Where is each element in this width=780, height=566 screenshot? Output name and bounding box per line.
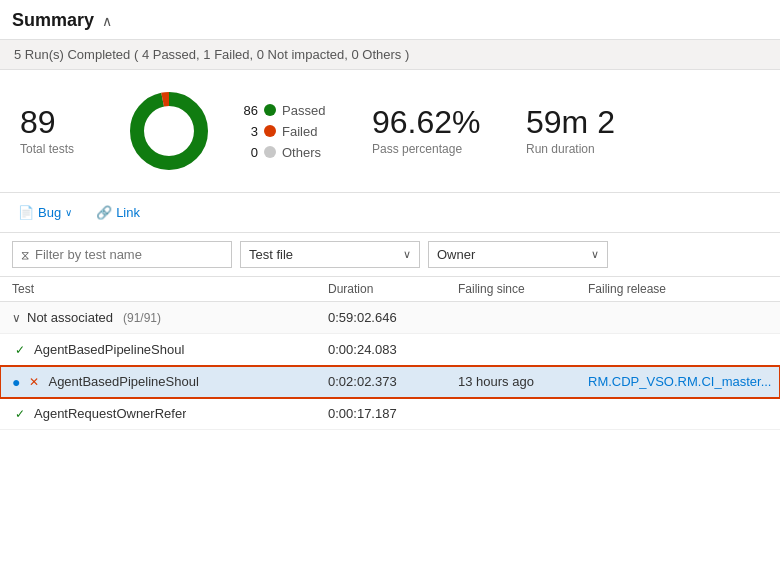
svg-point-3 (145, 107, 193, 155)
summary-header: Summary ∧ (0, 0, 780, 40)
filter-icon: ⧖ (21, 248, 29, 262)
failed-count: 3 (238, 124, 258, 139)
pass-icon: ✓ (12, 342, 28, 358)
failing-release-cell-2[interactable]: RM.CDP_VSO.RM.CI_master... (588, 374, 768, 389)
col-failing-since: Failing since (458, 282, 588, 296)
failed-dot (264, 125, 276, 137)
test-cell-2: ● ✕ AgentBasedPipelineShoul (12, 374, 328, 390)
failed-label: Failed (282, 124, 317, 139)
bug-chevron-icon: ∨ (65, 207, 72, 218)
actions-row: 📄 Bug ∨ 🔗 Link (0, 193, 780, 233)
group-test-cell: ∨ Not associated (91/91) (12, 310, 328, 325)
duration-cell-3: 0:00:17.187 (328, 406, 458, 421)
link-button[interactable]: 🔗 Link (90, 201, 146, 224)
total-tests-label: Total tests (20, 142, 74, 156)
table-header: Test Duration Failing since Failing rele… (0, 277, 780, 302)
test-file-label: Test file (249, 247, 293, 262)
run-summary-text: 5 Run(s) Completed ( 4 Passed, 1 Failed,… (14, 47, 409, 62)
run-duration-label: Run duration (526, 142, 626, 156)
test-name-2: AgentBasedPipelineShoul (48, 374, 198, 389)
group-duration-cell: 0:59:02.646 (328, 310, 458, 325)
run-duration-value: 59m 2 (526, 106, 626, 138)
donut-chart (124, 86, 214, 176)
table-row: ● ✕ AgentBasedPipelineShoul 0:02:02.373 … (0, 366, 780, 398)
table-body: ∨ Not associated (91/91) 0:59:02.646 ✓ A… (0, 302, 780, 430)
legend-failed: 3 Failed (238, 124, 348, 139)
owner-dropdown[interactable]: Owner ∨ (428, 241, 608, 268)
passed-count: 86 (238, 103, 258, 118)
test-name-filter[interactable]: ⧖ (12, 241, 232, 268)
bug-button[interactable]: 📄 Bug ∨ (12, 201, 78, 224)
others-count: 0 (238, 145, 258, 160)
pass-percentage-stat: 96.62% Pass percentage (372, 106, 502, 156)
others-label: Others (282, 145, 321, 160)
col-failing-release: Failing release (588, 282, 768, 296)
group-chevron-icon[interactable]: ∨ (12, 311, 21, 325)
pass-icon: ✓ (12, 406, 28, 422)
col-duration: Duration (328, 282, 458, 296)
others-dot (264, 146, 276, 158)
test-name-input[interactable] (35, 247, 223, 262)
passed-label: Passed (282, 103, 325, 118)
run-summary-bar: 5 Run(s) Completed ( 4 Passed, 1 Failed,… (0, 40, 780, 70)
pass-percentage-label: Pass percentage (372, 142, 502, 156)
duration-cell-2: 0:02:02.373 (328, 374, 458, 389)
col-test: Test (12, 282, 328, 296)
link-label: Link (116, 205, 140, 220)
owner-chevron-icon: ∨ (591, 248, 599, 261)
table-row: ✓ AgentRequestOwnerRefer 0:00:17.187 (0, 398, 780, 430)
passed-dot (264, 104, 276, 116)
stats-row: 89 Total tests 86 Passed 3 Failed (0, 70, 780, 193)
legend-others: 0 Others (238, 145, 348, 160)
filters-row: ⧖ Test file ∨ Owner ∨ (0, 233, 780, 277)
bug-label: Bug (38, 205, 61, 220)
collapse-chevron-icon[interactable]: ∧ (102, 13, 112, 29)
run-duration-stat: 59m 2 Run duration (526, 106, 626, 156)
total-tests-stat: 89 Total tests (20, 106, 100, 156)
bug-icon: 📄 (18, 205, 34, 220)
total-tests-count: 89 (20, 106, 56, 138)
owner-label: Owner (437, 247, 475, 262)
table-row: ∨ Not associated (91/91) 0:59:02.646 (0, 302, 780, 334)
test-cell-1: ✓ AgentBasedPipelineShoul (12, 342, 328, 358)
test-cell-3: ✓ AgentRequestOwnerRefer (12, 406, 328, 422)
group-name: Not associated (27, 310, 113, 325)
duration-cell-1: 0:00:24.083 (328, 342, 458, 357)
test-name-1: AgentBasedPipelineShoul (34, 342, 184, 357)
chart-legend: 86 Passed 3 Failed 0 Others (238, 103, 348, 160)
failing-since-cell-2: 13 hours ago (458, 374, 588, 389)
group-count: (91/91) (123, 311, 161, 325)
link-icon: 🔗 (96, 205, 112, 220)
test-file-dropdown[interactable]: Test file ∨ (240, 241, 420, 268)
test-file-chevron-icon: ∨ (403, 248, 411, 261)
fail-icon: ✕ (26, 374, 42, 390)
legend-passed: 86 Passed (238, 103, 348, 118)
test-name-3: AgentRequestOwnerRefer (34, 406, 186, 421)
selected-bullet-icon: ● (12, 374, 20, 390)
pass-percentage-value: 96.62% (372, 106, 502, 138)
page-title: Summary (12, 10, 94, 31)
table-row: ✓ AgentBasedPipelineShoul 0:00:24.083 (0, 334, 780, 366)
